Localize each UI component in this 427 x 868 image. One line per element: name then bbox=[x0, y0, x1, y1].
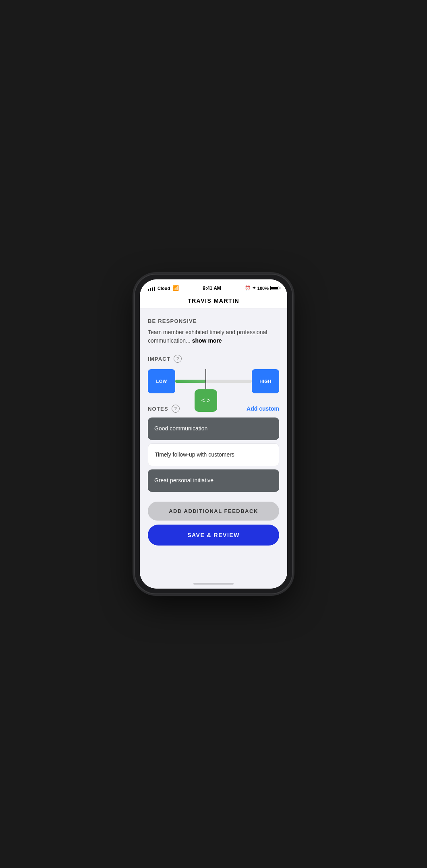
nav-title: TRAVIS MARTIN bbox=[148, 298, 279, 304]
impact-slider-container[interactable]: LOW < > HIGH bbox=[148, 369, 279, 393]
carrier-label: Cloud bbox=[158, 286, 170, 291]
notes-left: NOTES ? bbox=[148, 405, 180, 413]
status-time: 9:41 AM bbox=[203, 285, 221, 291]
battery-fill bbox=[271, 287, 278, 289]
status-right: ⏰ ✦ 100% bbox=[245, 285, 279, 291]
note-text: Timely follow-up with customers bbox=[155, 451, 234, 458]
bluetooth-icon: ✦ bbox=[252, 285, 256, 291]
note-text: Good communication bbox=[154, 425, 207, 432]
battery-indicator bbox=[270, 286, 279, 290]
signal-bar-3 bbox=[152, 287, 153, 291]
slider-arrow-icon: < > bbox=[201, 397, 210, 404]
note-item[interactable]: Great personal initiative bbox=[148, 469, 279, 492]
show-more-link[interactable]: show more bbox=[192, 337, 222, 344]
battery-percent: 100% bbox=[257, 286, 269, 291]
phone-frame: Cloud 📶 9:41 AM ⏰ ✦ 100% TRAVIS MARTIN bbox=[135, 275, 292, 593]
signal-bar-2 bbox=[150, 288, 151, 291]
wifi-icon: 📶 bbox=[172, 285, 179, 291]
scroll-content[interactable]: BE RESPONSIVE Team member exhibited time… bbox=[140, 308, 287, 581]
add-custom-button[interactable]: Add custom bbox=[247, 405, 279, 412]
signal-bar-4 bbox=[154, 287, 155, 291]
nav-bar: TRAVIS MARTIN bbox=[140, 294, 287, 308]
track-wrapper[interactable]: < > bbox=[175, 369, 252, 393]
section-title: BE RESPONSIVE bbox=[148, 318, 279, 324]
impact-help-icon[interactable]: ? bbox=[174, 355, 182, 363]
status-left: Cloud 📶 bbox=[148, 285, 179, 291]
signal-bar-1 bbox=[148, 289, 149, 291]
slider-thumb[interactable]: < > bbox=[195, 389, 217, 412]
track-fill bbox=[175, 380, 206, 383]
note-text: Great personal initiative bbox=[154, 477, 214, 484]
note-item[interactable]: Timely follow-up with customers bbox=[148, 443, 279, 467]
signal-bars-icon bbox=[148, 286, 155, 291]
alarm-icon: ⏰ bbox=[245, 285, 251, 291]
phone-screen: Cloud 📶 9:41 AM ⏰ ✦ 100% TRAVIS MARTIN bbox=[140, 279, 287, 589]
impact-label: IMPACT bbox=[148, 356, 170, 362]
notes-help-icon[interactable]: ? bbox=[172, 405, 180, 413]
slider-track-row: LOW < > HIGH bbox=[148, 369, 279, 393]
save-review-button[interactable]: SAVE & REVIEW bbox=[148, 525, 279, 546]
add-additional-feedback-button[interactable]: ADD ADDITIONAL FEEDBACK bbox=[148, 502, 279, 521]
battery-body bbox=[270, 286, 279, 290]
note-item[interactable]: Good communication bbox=[148, 417, 279, 440]
home-indicator-area bbox=[140, 581, 287, 589]
section-description: Team member exhibited timely and profess… bbox=[148, 328, 279, 345]
home-indicator bbox=[193, 583, 234, 585]
status-bar: Cloud 📶 9:41 AM ⏰ ✦ 100% bbox=[140, 279, 287, 294]
high-button[interactable]: HIGH bbox=[252, 369, 279, 393]
impact-header: IMPACT ? bbox=[148, 355, 279, 363]
notes-label: NOTES bbox=[148, 406, 168, 412]
low-button[interactable]: LOW bbox=[148, 369, 175, 393]
